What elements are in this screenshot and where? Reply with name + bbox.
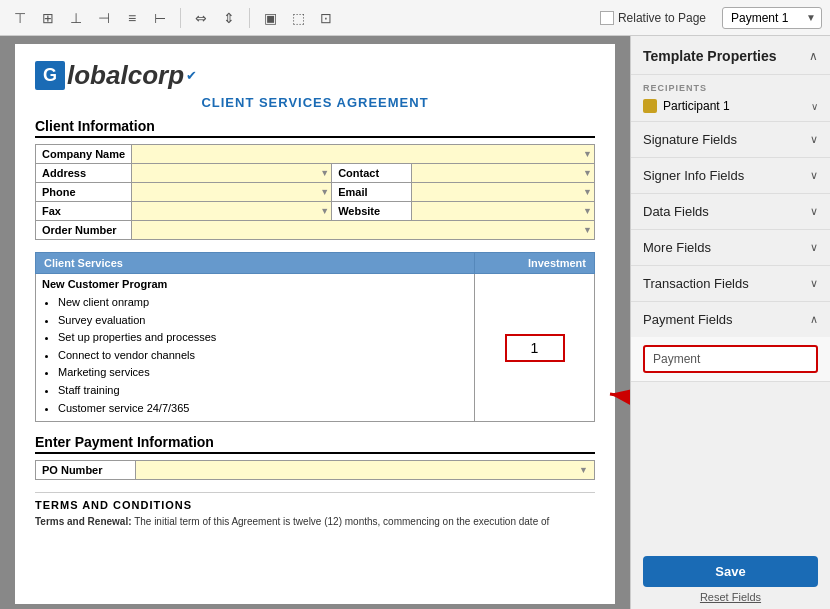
- toolbar-icon-3[interactable]: ⊥: [64, 6, 88, 30]
- table-row: PO Number: [36, 461, 595, 480]
- toolbar-icon-4[interactable]: ⊣: [92, 6, 116, 30]
- toolbar-icon-6[interactable]: ⊢: [148, 6, 172, 30]
- toolbar-icon-10[interactable]: ⬚: [286, 6, 310, 30]
- fax-value[interactable]: [132, 202, 332, 221]
- phone-label: Phone: [36, 183, 132, 202]
- service-name-cell: New Customer Program New client onramp S…: [36, 274, 475, 422]
- signer-info-fields-section: Signer Info Fields ∨: [631, 158, 830, 194]
- transaction-fields-chevron-icon: ∨: [810, 277, 818, 290]
- po-value[interactable]: [136, 461, 595, 480]
- reset-fields-link[interactable]: Reset Fields: [643, 591, 818, 603]
- contact-value[interactable]: [412, 164, 595, 183]
- toolbar-icon-11[interactable]: ⊡: [314, 6, 338, 30]
- payment-fields-chevron-icon: ∧: [810, 313, 818, 326]
- relative-to-page-group: Relative to Page: [600, 11, 706, 25]
- toolbar-icon-9[interactable]: ▣: [258, 6, 282, 30]
- panel-spacer: [631, 382, 830, 546]
- logo-check-icon: ✔: [186, 68, 197, 83]
- toolbar-icon-7[interactable]: ⇔: [189, 6, 213, 30]
- website-value[interactable]: [412, 202, 595, 221]
- investment-cell: 1: [475, 274, 595, 422]
- data-fields-header[interactable]: Data Fields ∨: [631, 194, 830, 229]
- phone-value[interactable]: [132, 183, 332, 202]
- document-area[interactable]: G lobalcorp ✔ CLIENT SERVICES AGREEMENT …: [0, 36, 630, 609]
- investment-field[interactable]: 1: [505, 334, 565, 362]
- recipients-section: RECIPIENTS Participant 1 ∨: [631, 75, 830, 122]
- list-item: New client onramp: [58, 294, 468, 312]
- recipient-color-dot: [643, 99, 657, 113]
- order-number-label: Order Number: [36, 221, 132, 240]
- panel-collapse-icon[interactable]: ∧: [809, 49, 818, 63]
- toolbar-icon-8[interactable]: ⇕: [217, 6, 241, 30]
- save-button[interactable]: Save: [643, 556, 818, 587]
- services-table: Client Services Investment New Customer …: [35, 252, 595, 422]
- payment-field-item[interactable]: Payment: [643, 345, 818, 373]
- toolbar-divider-1: [180, 8, 181, 28]
- main-area: G lobalcorp ✔ CLIENT SERVICES AGREEMENT …: [0, 36, 830, 609]
- panel-title: Template Properties: [643, 48, 777, 64]
- logo-area: G lobalcorp ✔: [35, 60, 595, 91]
- table-row: Address Contact: [36, 164, 595, 183]
- company-name-label: Company Name: [36, 145, 132, 164]
- services-col-header: Client Services: [36, 253, 475, 274]
- list-item: Staff training: [58, 382, 468, 400]
- right-panel: Template Properties ∧ RECIPIENTS Partici…: [630, 36, 830, 609]
- more-fields-header[interactable]: More Fields ∨: [631, 230, 830, 265]
- payment-table: PO Number: [35, 460, 595, 480]
- email-value[interactable]: [412, 183, 595, 202]
- more-fields-title: More Fields: [643, 240, 711, 255]
- table-row: Fax Website: [36, 202, 595, 221]
- list-item: Connect to vendor channels: [58, 347, 468, 365]
- recipient-item[interactable]: Participant 1 ∨: [643, 99, 818, 113]
- toolbar-divider-2: [249, 8, 250, 28]
- save-area: Save Reset Fields: [631, 546, 830, 609]
- order-number-value[interactable]: [132, 221, 595, 240]
- signature-fields-header[interactable]: Signature Fields ∨: [631, 122, 830, 157]
- address-label: Address: [36, 164, 132, 183]
- transaction-fields-header[interactable]: Transaction Fields ∨: [631, 266, 830, 301]
- table-row: Phone Email: [36, 183, 595, 202]
- transaction-fields-section: Transaction Fields ∨: [631, 266, 830, 302]
- doc-title: CLIENT SERVICES AGREEMENT: [35, 95, 595, 110]
- data-fields-chevron-icon: ∨: [810, 205, 818, 218]
- signer-info-fields-header[interactable]: Signer Info Fields ∨: [631, 158, 830, 193]
- more-fields-chevron-icon: ∨: [810, 241, 818, 254]
- service-name: New Customer Program: [42, 278, 468, 290]
- terms-section: TERMS AND CONDITIONS Terms and Renewal: …: [35, 492, 595, 529]
- toolbar-icon-2[interactable]: ⊞: [36, 6, 60, 30]
- data-fields-section: Data Fields ∨: [631, 194, 830, 230]
- data-fields-title: Data Fields: [643, 204, 709, 219]
- terms-body: The initial term of this Agreement is tw…: [134, 516, 549, 527]
- signature-fields-chevron-icon: ∨: [810, 133, 818, 146]
- signature-fields-section: Signature Fields ∨: [631, 122, 830, 158]
- list-item: Customer service 24/7/365: [58, 400, 468, 418]
- relative-page-checkbox-icon: [600, 11, 614, 25]
- payment-fields-content: Payment: [631, 337, 830, 381]
- page-dropdown[interactable]: Payment 1 Payment 2: [722, 7, 822, 29]
- address-value[interactable]: [132, 164, 332, 183]
- logo-badge: G: [35, 61, 65, 90]
- fax-label: Fax: [36, 202, 132, 221]
- signature-fields-title: Signature Fields: [643, 132, 737, 147]
- payment-fields-header[interactable]: Payment Fields ∧: [631, 302, 830, 337]
- table-row: Company Name: [36, 145, 595, 164]
- table-row: New Customer Program New client onramp S…: [36, 274, 595, 422]
- company-name-value[interactable]: [132, 145, 595, 164]
- client-info-table: Company Name Address Contact Phone Email: [35, 144, 595, 240]
- investment-value: 1: [531, 340, 539, 356]
- payment-fields-section: Payment Fields ∧ Payment: [631, 302, 830, 382]
- panel-header: Template Properties ∧: [631, 36, 830, 75]
- recipient-name: Participant 1: [663, 99, 811, 113]
- list-item: Survey evaluation: [58, 312, 468, 330]
- toolbar-icon-1[interactable]: ⊤: [8, 6, 32, 30]
- recipient-chevron-icon: ∨: [811, 101, 818, 112]
- list-item: Marketing services: [58, 364, 468, 382]
- toolbar: ⊤ ⊞ ⊥ ⊣ ≡ ⊢ ⇔ ⇕ ▣ ⬚ ⊡ Relative to Page P…: [0, 0, 830, 36]
- po-label: PO Number: [36, 461, 136, 480]
- page-dropdown-wrapper[interactable]: Payment 1 Payment 2 ▼: [722, 7, 822, 29]
- investment-col-header: Investment: [475, 253, 595, 274]
- email-label: Email: [332, 183, 412, 202]
- toolbar-icon-5[interactable]: ≡: [120, 6, 144, 30]
- more-fields-section: More Fields ∨: [631, 230, 830, 266]
- logo-text: lobalcorp: [67, 60, 184, 91]
